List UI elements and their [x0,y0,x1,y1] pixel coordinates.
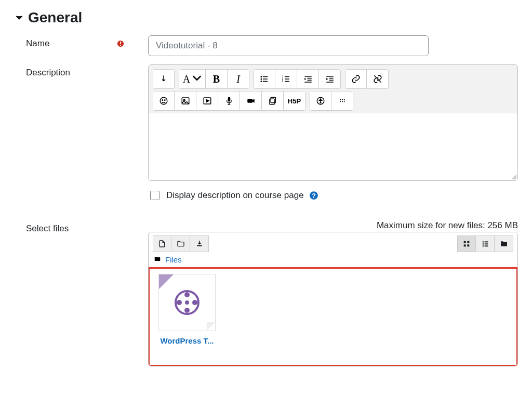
svg-rect-47 [482,241,484,242]
svg-rect-19 [326,76,334,77]
view-icons-button[interactable] [457,235,476,252]
caret-down-icon [192,73,202,85]
svg-point-5 [261,78,262,80]
file-tile[interactable]: WordPress T... [156,274,218,345]
svg-point-36 [343,99,344,100]
svg-rect-21 [329,80,333,81]
section-toggle-general[interactable]: General [10,0,522,31]
create-folder-button[interactable] [171,235,190,252]
toolbar-record-audio-button[interactable] [218,91,240,111]
svg-rect-43 [464,241,466,243]
svg-point-56 [184,308,190,313]
svg-rect-8 [263,81,268,82]
svg-rect-6 [263,78,268,80]
svg-rect-2 [120,45,121,46]
required-icon [117,38,132,50]
select-files-label: Select files [26,224,69,234]
svg-point-57 [177,300,182,305]
svg-rect-50 [484,243,488,244]
svg-rect-52 [484,245,488,246]
toolbar-bulleted-list-button[interactable] [254,69,275,89]
svg-rect-51 [482,245,484,246]
editor-toolbar-row2: H5P [149,91,517,113]
svg-rect-16 [307,78,311,79]
display-description-checkbox[interactable] [150,191,159,200]
toolbar-screenreader-helper-button[interactable] [331,91,353,111]
max-size-text: Maximum size for new files: 256 MB [148,220,518,232]
toolbar-styles-button[interactable]: A [179,69,206,89]
svg-point-54 [184,292,190,297]
svg-point-38 [341,101,342,102]
section-title: General [28,9,82,26]
svg-point-37 [340,101,341,102]
svg-rect-46 [467,244,469,246]
svg-rect-15 [304,76,312,77]
toolbar-link-button[interactable] [345,69,367,89]
svg-point-33 [320,99,321,100]
breadcrumb-files[interactable]: Files [165,255,182,264]
name-label: Name [26,38,49,49]
toolbar-unlink-button[interactable] [367,69,389,89]
display-description-label: Display description on course page [166,190,304,201]
svg-point-39 [343,101,344,102]
svg-rect-45 [464,244,466,246]
toolbar-accessibility-checker-button[interactable] [310,91,331,111]
svg-rect-20 [329,78,333,79]
svg-rect-48 [484,241,488,242]
toolbar-outdent-button[interactable] [297,69,319,89]
toolbar-record-video-button[interactable] [240,91,262,111]
download-all-button[interactable] [190,235,209,252]
view-details-button[interactable] [476,235,495,252]
toolbar-image-button[interactable] [175,91,196,111]
svg-rect-1 [120,42,121,44]
editor-toolbar-row1: A B I [149,65,517,91]
svg-rect-10 [285,78,289,80]
svg-rect-4 [263,76,268,77]
svg-point-25 [165,100,166,101]
svg-point-24 [162,100,163,101]
add-file-button[interactable] [153,235,171,252]
svg-rect-30 [271,97,275,103]
help-icon[interactable]: ? [309,191,318,200]
svg-point-27 [183,99,185,101]
toolbar-emoji-button[interactable] [153,91,175,111]
toolbar-indent-button[interactable] [319,69,341,89]
description-textarea[interactable] [149,113,517,180]
svg-rect-42 [197,245,202,246]
toolbar-manage-files-button[interactable] [262,91,284,111]
svg-text:3: 3 [282,80,283,83]
file-name: WordPress T... [156,336,218,345]
svg-rect-22 [326,82,334,83]
svg-rect-31 [270,99,274,104]
svg-point-23 [160,97,167,104]
svg-point-35 [341,99,342,100]
svg-point-58 [185,300,189,305]
name-input[interactable] [148,35,429,56]
toolbar-italic-button[interactable]: I [228,69,249,89]
toolbar-h5p-button[interactable]: H5P [284,91,305,111]
svg-rect-18 [304,82,312,83]
toolbar-media-button[interactable] [196,91,218,111]
view-tree-button[interactable] [495,235,513,252]
file-drop-area[interactable]: WordPress T... [149,267,517,366]
svg-point-7 [261,81,262,82]
toolbar-expand-button[interactable] [153,69,175,89]
file-manager: Files [148,232,518,366]
svg-rect-17 [307,80,311,81]
toolbar-numbered-list-button[interactable]: 123 [275,69,297,89]
svg-rect-49 [482,243,484,244]
folder-icon [154,255,161,264]
svg-text:?: ? [312,192,316,200]
video-file-icon [158,274,216,331]
description-editor: A B I [148,64,518,181]
svg-rect-11 [285,81,289,82]
svg-point-3 [261,76,262,77]
svg-rect-9 [285,76,289,77]
svg-point-34 [340,99,341,100]
svg-rect-44 [467,241,469,243]
description-label: Description [26,68,70,78]
svg-point-55 [192,300,197,305]
svg-rect-29 [247,99,252,103]
toolbar-bold-button[interactable]: B [206,69,228,89]
chevron-down-icon [16,14,23,21]
